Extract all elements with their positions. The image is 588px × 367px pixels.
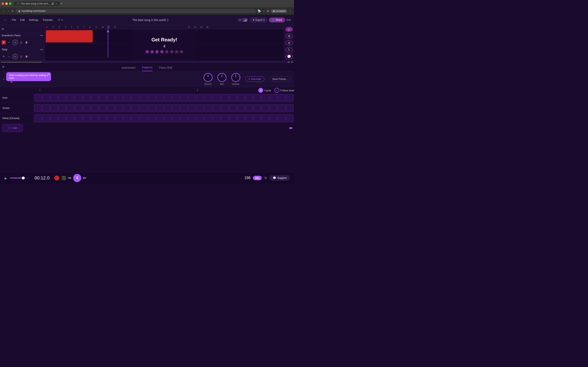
- volume-slider[interactable]: [10, 178, 30, 178]
- beat-cell[interactable]: [229, 114, 237, 122]
- beat-cell[interactable]: [278, 104, 285, 112]
- beat-cell[interactable]: [131, 114, 139, 122]
- beat-cell[interactable]: [34, 114, 42, 122]
- beat-cell[interactable]: [115, 94, 123, 102]
- beat-cell[interactable]: [237, 104, 245, 112]
- beat-cell[interactable]: [34, 104, 42, 112]
- add-instrument-btn[interactable]: + + Add: [2, 124, 23, 132]
- beat-cell[interactable]: [156, 104, 164, 112]
- undo-btn[interactable]: ↺: [58, 18, 60, 22]
- volume-knob[interactable]: [231, 73, 240, 82]
- export-btn[interactable]: ⬇ Export ▾: [250, 17, 267, 22]
- stop-btn[interactable]: ⬛: [62, 176, 66, 180]
- beat-cell[interactable]: [83, 104, 91, 112]
- beat-cell[interactable]: [156, 94, 164, 102]
- beat-cell[interactable]: [123, 104, 131, 112]
- beat-cell[interactable]: [245, 104, 253, 112]
- beat-cell[interactable]: [286, 104, 294, 112]
- beat-cell[interactable]: [99, 114, 107, 122]
- beat-cell[interactable]: [140, 114, 147, 122]
- beat-cell[interactable]: [58, 94, 66, 102]
- beat-cell[interactable]: [42, 94, 50, 102]
- beat-cell[interactable]: [229, 104, 237, 112]
- beat-cell[interactable]: [91, 94, 99, 102]
- beat-cell[interactable]: [67, 94, 74, 102]
- beat-cell[interactable]: [180, 114, 188, 122]
- chat-icon-btn[interactable]: 💬: [285, 54, 293, 59]
- beat-cell[interactable]: [189, 114, 196, 122]
- beat-cell[interactable]: [148, 114, 156, 122]
- track-record-btn-2[interactable]: R: [2, 54, 6, 58]
- beat-cell[interactable]: [140, 94, 147, 102]
- beat-cell[interactable]: [42, 114, 50, 122]
- track-record-btn[interactable]: R: [2, 40, 6, 44]
- beat-cell[interactable]: [253, 104, 261, 112]
- beat-cell[interactable]: [172, 104, 180, 112]
- beat-cell[interactable]: [115, 114, 123, 122]
- beat-cell[interactable]: [91, 114, 99, 122]
- beat-cell[interactable]: [148, 104, 156, 112]
- beat-cell[interactable]: [261, 94, 269, 102]
- share-btn[interactable]: 👤 Share: [269, 17, 285, 22]
- track-headphone-btn[interactable]: 🎧: [19, 40, 23, 44]
- music-note-btn[interactable]: ♪: [285, 27, 293, 32]
- minimize-window-btn[interactable]: [5, 2, 8, 5]
- beat-cell[interactable]: [205, 94, 212, 102]
- tab-piano-roll[interactable]: Piano Roll: [159, 65, 172, 71]
- beat-cell[interactable]: [205, 104, 212, 112]
- beat-cell[interactable]: [75, 114, 82, 122]
- beat-cell[interactable]: [83, 94, 91, 102]
- beat-cell[interactable]: [278, 94, 285, 102]
- refresh-icon-btn[interactable]: ↻: [285, 47, 293, 52]
- app-back-btn[interactable]: ←: [3, 18, 7, 22]
- beat-cell[interactable]: [164, 104, 172, 112]
- beat-cell[interactable]: [270, 94, 277, 102]
- beat-cell[interactable]: [75, 94, 82, 102]
- exit-btn[interactable]: Exit: [287, 18, 291, 21]
- beat-cell[interactable]: [221, 94, 229, 102]
- beat-cell[interactable]: [58, 104, 66, 112]
- beat-cell[interactable]: [189, 94, 196, 102]
- beat-cell[interactable]: [221, 104, 229, 112]
- beat-cell[interactable]: [270, 114, 277, 122]
- track-vol-knob-2[interactable]: Vol: [12, 54, 18, 59]
- forward-btn[interactable]: →: [7, 9, 10, 13]
- beat-cell[interactable]: [205, 114, 212, 122]
- beat-cell[interactable]: [253, 94, 261, 102]
- beat-cell[interactable]: [83, 114, 91, 122]
- scrollbar-thumb[interactable]: [1, 62, 42, 63]
- settings-icon-btn[interactable]: ⚙: [285, 40, 293, 45]
- beat-cell[interactable]: [197, 104, 204, 112]
- beat-cell[interactable]: [189, 104, 196, 112]
- beat-cell[interactable]: [261, 114, 269, 122]
- rewind-btn[interactable]: ⏮: [68, 176, 71, 180]
- tab-close-btn[interactable]: ✕: [56, 3, 57, 5]
- beat-cell[interactable]: [99, 94, 107, 102]
- beat-cell[interactable]: [278, 114, 285, 122]
- reload-btn[interactable]: ↻: [11, 9, 14, 13]
- beat-cell[interactable]: [123, 94, 131, 102]
- support-btn[interactable]: 💬 Support: [269, 175, 290, 181]
- settings-menu[interactable]: Settings: [27, 17, 40, 22]
- redo-btn[interactable]: ↻: [61, 18, 63, 22]
- beat-cell[interactable]: [213, 104, 221, 112]
- track-headphone-btn-2[interactable]: 🎧: [19, 54, 23, 58]
- beat-cell[interactable]: [67, 104, 74, 112]
- beat-cell[interactable]: [172, 114, 180, 122]
- beat-cell[interactable]: [42, 104, 50, 112]
- track-mute-btn-2[interactable]: 🔇: [25, 54, 29, 58]
- beat-cell[interactable]: [58, 114, 66, 122]
- beat-cell[interactable]: [164, 114, 172, 122]
- beat-cell[interactable]: [237, 94, 245, 102]
- beat-cell[interactable]: [148, 94, 156, 102]
- beat-cell[interactable]: [172, 94, 180, 102]
- edit-menu[interactable]: Edit: [18, 17, 26, 22]
- beat-cell[interactable]: [51, 114, 58, 122]
- active-tab[interactable]: 🎵 The best song in the worl... 🔊 ✕: [14, 1, 60, 6]
- track-midi-btn-2[interactable]: ⌁: [7, 54, 11, 58]
- file-menu[interactable]: File: [10, 17, 18, 22]
- beat-cell[interactable]: [286, 94, 294, 102]
- cycle-btn[interactable]: ↺ Cycle: [258, 88, 271, 93]
- beat-cell[interactable]: [261, 104, 269, 112]
- beat-cell[interactable]: [229, 94, 237, 102]
